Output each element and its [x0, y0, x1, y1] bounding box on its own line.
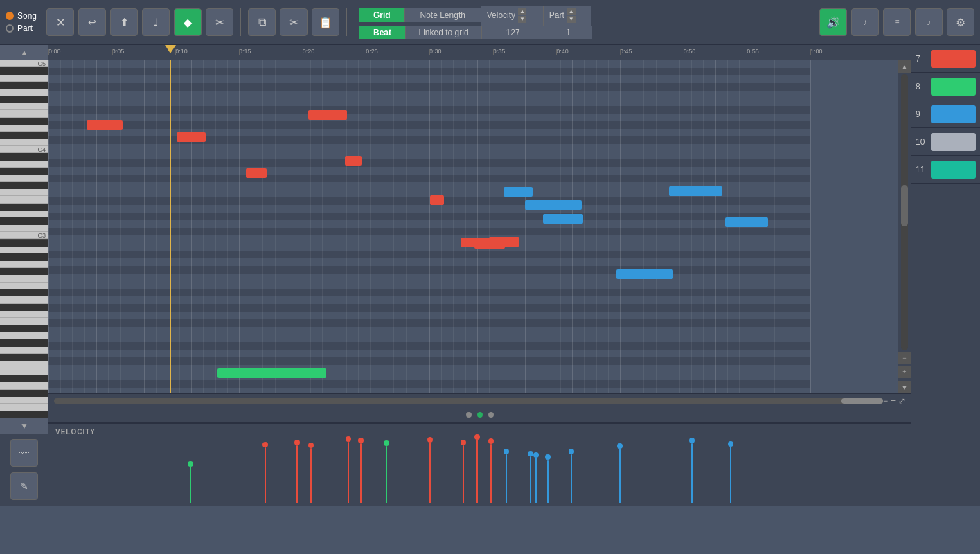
velocity-bar[interactable]	[547, 460, 549, 503]
piano-roll[interactable]	[48, 60, 911, 393]
cut-button[interactable]: ✂	[280, 8, 308, 36]
velocity-bar[interactable]	[360, 443, 362, 503]
velocity-dot[interactable]	[528, 451, 533, 456]
note-block[interactable]	[308, 110, 347, 120]
close-button[interactable]: ✕	[46, 8, 74, 36]
midi-button[interactable]: ♪	[851, 8, 879, 36]
page-dot-3[interactable]	[488, 412, 494, 418]
velocity-dot[interactable]	[358, 438, 364, 443]
velocity-dot[interactable]	[308, 443, 314, 448]
velocity-bar[interactable]	[190, 467, 191, 503]
chord-button[interactable]: ≡	[883, 8, 911, 36]
velocity-dot[interactable]	[689, 438, 695, 443]
note-block[interactable]	[489, 237, 519, 247]
linked-to-grid-cell[interactable]: Linked to grid	[405, 26, 481, 39]
settings-button[interactable]: ⚙	[947, 8, 974, 36]
edit-tool-button[interactable]: ✎	[10, 472, 38, 500]
copy-button[interactable]: ⧉	[248, 8, 276, 36]
velocity-tool-button[interactable]: 〰	[10, 439, 38, 467]
hscroll-thumb[interactable]	[841, 398, 883, 404]
note-block[interactable]	[217, 368, 326, 378]
select-tool-button[interactable]: ⬆	[110, 8, 138, 36]
velocity-bar[interactable]	[490, 444, 492, 503]
vscroll-track[interactable]	[901, 74, 908, 350]
history-button[interactable]: ↩	[78, 8, 106, 36]
velocity-dot[interactable]	[728, 441, 733, 447]
beat-tab[interactable]: Beat	[359, 26, 405, 39]
track-item[interactable]: 11	[911, 156, 980, 184]
velocity-bar[interactable]	[530, 456, 531, 503]
zoom-plus-button[interactable]: +	[891, 396, 896, 406]
velocity-cell[interactable]: Velocity ▲ ▼	[481, 6, 543, 26]
velocity-bar[interactable]	[310, 448, 312, 503]
eraser-tool-button[interactable]: ◆	[174, 8, 202, 36]
note-block[interactable]	[525, 200, 582, 210]
velocity-dot[interactable]	[384, 440, 389, 446]
piano-roll-container[interactable]: ▲ − + ▼	[48, 60, 911, 393]
note-block[interactable]	[504, 187, 533, 197]
page-dot-1[interactable]	[466, 412, 472, 418]
note-length-cell[interactable]: Note Length	[404, 8, 481, 22]
velocity-dot[interactable]	[569, 449, 574, 454]
velocity-dot[interactable]	[262, 442, 268, 447]
velocity-dot[interactable]	[617, 443, 623, 449]
velocity-dot[interactable]	[427, 437, 433, 443]
track-item[interactable]: 8	[911, 73, 980, 100]
note-block[interactable]	[725, 217, 768, 227]
velocity-bar[interactable]	[730, 447, 731, 503]
velocity-dot[interactable]	[188, 461, 193, 467]
note-block[interactable]	[543, 214, 583, 224]
part-value-cell[interactable]: 1	[544, 26, 592, 39]
piano-scroll-down[interactable]: ▼	[0, 418, 48, 434]
velocity-value-cell[interactable]: 127	[481, 26, 544, 39]
track-item[interactable]: 9	[911, 100, 980, 128]
part-radio[interactable]	[6, 24, 14, 33]
velocity-bar[interactable]	[348, 442, 349, 503]
hscroll-track[interactable]	[54, 398, 883, 404]
velocity-bar[interactable]	[386, 446, 387, 503]
note-block[interactable]	[345, 156, 362, 166]
song-radio[interactable]	[6, 12, 14, 20]
track-item[interactable]: 7	[911, 45, 980, 73]
note-block[interactable]	[87, 120, 123, 130]
velocity-dot[interactable]	[504, 449, 509, 454]
note-block[interactable]	[246, 168, 267, 178]
note-block[interactable]	[669, 186, 722, 196]
velocity-up-button[interactable]: ▲	[518, 8, 526, 15]
velocity-dot[interactable]	[488, 438, 494, 444]
velocity-bar[interactable]	[535, 458, 537, 503]
piano-scroll-up[interactable]: ▲	[0, 45, 48, 60]
velocity-dot[interactable]	[346, 436, 351, 442]
velocity-bar[interactable]	[619, 449, 621, 503]
note-block[interactable]	[177, 132, 206, 142]
scroll-down-button[interactable]: ▼	[898, 381, 911, 393]
velocity-bar[interactable]	[265, 447, 266, 503]
part-cell[interactable]: Part ▲ ▼	[543, 6, 591, 26]
scroll-up-button[interactable]: ▲	[898, 60, 911, 73]
velocity-down-button[interactable]: ▼	[518, 16, 526, 23]
velocity-bar[interactable]	[571, 454, 572, 503]
velocity-bar[interactable]	[296, 445, 298, 503]
vscroll-thumb[interactable]	[901, 185, 908, 226]
part-down-button[interactable]: ▼	[567, 16, 576, 23]
velocity-dot[interactable]	[545, 454, 551, 460]
velocity-dot[interactable]	[461, 440, 466, 445]
velocity-bar[interactable]	[429, 443, 431, 503]
scroll-minus-button[interactable]: −	[898, 352, 911, 364]
velocity-bar[interactable]	[506, 454, 507, 503]
velocity-bar[interactable]	[476, 440, 478, 503]
pencil-tool-button[interactable]: ♩	[142, 8, 170, 36]
part-up-button[interactable]: ▲	[567, 8, 576, 15]
zoom-minus-button[interactable]: −	[883, 396, 888, 406]
grid-tab[interactable]: Grid	[359, 8, 404, 22]
velocity-dot[interactable]	[533, 452, 539, 458]
note-block[interactable]	[616, 269, 673, 279]
track-item[interactable]: 10	[911, 128, 980, 156]
mute-button[interactable]: 🔊	[819, 8, 847, 36]
expand-button[interactable]: ⤢	[898, 396, 905, 406]
part-option[interactable]: Part	[6, 24, 37, 33]
song-option[interactable]: Song	[6, 11, 37, 21]
velocity-dot[interactable]	[474, 434, 480, 440]
velocity-bar[interactable]	[691, 443, 693, 503]
page-dot-2[interactable]	[477, 412, 483, 418]
